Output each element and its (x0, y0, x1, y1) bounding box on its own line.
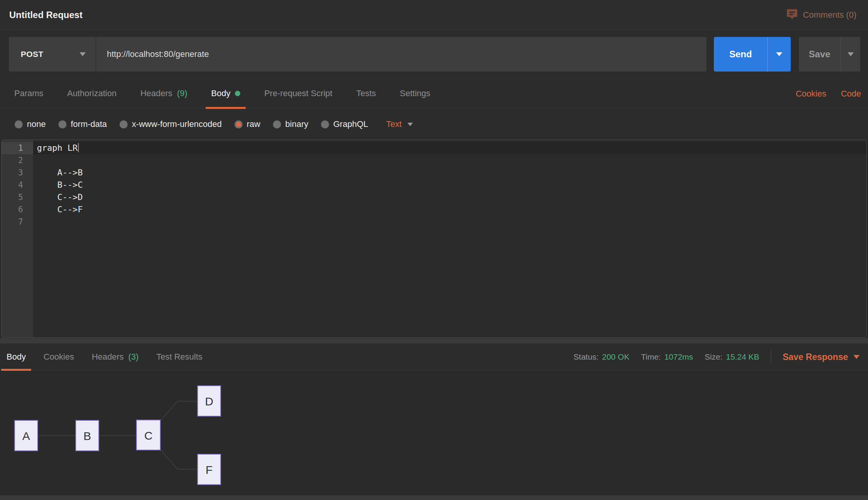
active-tab-underline (1, 369, 31, 371)
line-code: A-->B (33, 167, 866, 179)
chevron-down-icon (848, 52, 854, 56)
request-tabs: Params Authorization Headers (9) Body Pr… (0, 79, 868, 108)
status-value: 200 OK (602, 352, 629, 362)
editor-line: 4 B-->C (2, 179, 866, 191)
radio-icon (15, 120, 23, 128)
radio-binary[interactable]: binary (273, 119, 308, 129)
raw-format-select[interactable]: Text (386, 119, 413, 129)
edge-C-D (160, 401, 198, 421)
tab-headers[interactable]: Headers (9) (140, 79, 187, 108)
radio-icon (58, 120, 67, 128)
line-number: 4 (2, 179, 33, 191)
response-tab-body[interactable]: Body (7, 343, 26, 370)
line-number: 2 (2, 154, 33, 167)
graph-node-A: A (15, 420, 38, 451)
method-select[interactable]: POST (9, 37, 96, 72)
headers-count: (9) (177, 88, 187, 98)
chevron-down-icon (776, 52, 782, 56)
editor-line: 7 (2, 216, 866, 228)
tab-authorization[interactable]: Authorization (67, 79, 116, 108)
line-code: graph LR (33, 142, 866, 154)
graph-node-B: B (76, 420, 99, 451)
svg-text:F: F (206, 463, 213, 476)
line-code (33, 216, 866, 228)
editor-line: 2 (2, 154, 866, 167)
radio-selected-icon (234, 120, 243, 128)
response-tab-test-results[interactable]: Test Results (156, 343, 203, 370)
tab-settings[interactable]: Settings (400, 79, 431, 108)
comment-bubble-icon (786, 8, 798, 22)
request-url-row: POST http://localhost:80/generate Send S… (0, 30, 868, 79)
raw-format-value: Text (386, 119, 402, 129)
request-body-editor[interactable]: 1 graph LR 2 3 A-->B 4 B-->C 5 C-->D 6 C… (1, 140, 867, 338)
save-button[interactable]: Save (799, 37, 841, 72)
response-headers-count: (3) (128, 352, 139, 362)
svg-text:D: D (205, 395, 213, 408)
active-tab-underline (206, 107, 246, 109)
request-title: Untitled Request (9, 10, 83, 20)
body-modified-dot (235, 91, 240, 96)
comments-label: Comments (0) (803, 10, 856, 20)
divider (771, 350, 771, 364)
comments-button[interactable]: Comments (0) (786, 8, 856, 22)
line-code: C-->D (33, 191, 866, 203)
response-tab-cookies[interactable]: Cookies (43, 343, 74, 370)
code-link[interactable]: Code (841, 89, 861, 99)
editor-line: 3 A-->B (2, 167, 866, 179)
svg-text:C: C (144, 429, 153, 442)
radio-none[interactable]: none (15, 119, 46, 129)
send-button[interactable]: Send (714, 37, 768, 72)
editor-line: 1 graph LR (2, 142, 866, 154)
line-number: 5 (2, 191, 33, 203)
size-value: 15.24 KB (726, 352, 759, 362)
line-number: 6 (2, 203, 33, 216)
radio-raw[interactable]: raw (234, 119, 260, 129)
method-value: POST (21, 50, 43, 59)
chevron-down-icon (80, 52, 86, 56)
response-tab-headers[interactable]: Headers (3) (92, 343, 139, 370)
tab-params[interactable]: Params (14, 79, 43, 108)
line-code: B-->C (33, 179, 866, 191)
radio-x-www-form-urlencoded[interactable]: x-www-form-urlencoded (120, 119, 222, 129)
title-bar: Untitled Request Comments (0) (0, 0, 868, 30)
tab-body[interactable]: Body (211, 79, 240, 108)
status-indicator: Status: 200 OK (574, 352, 630, 362)
line-number: 7 (2, 216, 33, 228)
svg-text:B: B (83, 430, 91, 442)
send-button-group: Send (714, 37, 791, 72)
tab-prerequest-script[interactable]: Pre-request Script (264, 79, 332, 108)
tab-tests[interactable]: Tests (356, 79, 376, 108)
chevron-down-icon (407, 123, 413, 126)
response-meta: Status: 200 OK Time: 1072ms Size: 15.24 … (574, 343, 860, 370)
radio-icon (120, 120, 128, 128)
send-options-button[interactable] (768, 37, 791, 72)
save-response-button[interactable]: Save Response (783, 352, 860, 362)
line-code (33, 154, 866, 167)
time-indicator: Time: 1072ms (641, 352, 693, 362)
radio-icon (273, 120, 281, 128)
graph-node-D: D (198, 386, 221, 416)
panel-resize-handle[interactable] (0, 338, 868, 343)
line-number: 3 (2, 167, 33, 179)
url-input[interactable]: http://localhost:80/generate (96, 37, 707, 72)
radio-icon (321, 120, 329, 128)
line-code: C-->F (33, 203, 866, 216)
size-indicator: Size: 15.24 KB (705, 352, 759, 362)
graph-node-C: C (136, 420, 160, 450)
response-graph: A B C D F (0, 371, 868, 495)
bottom-scrollbar-track[interactable] (0, 495, 868, 500)
time-value: 1072ms (664, 352, 693, 362)
tab-links: Cookies Code (796, 79, 861, 108)
save-options-button[interactable] (841, 37, 860, 72)
editor-line: 5 C-->D (2, 191, 866, 203)
radio-form-data[interactable]: form-data (58, 119, 107, 129)
radio-graphql[interactable]: GraphQL (321, 119, 368, 129)
graph-node-F: F (198, 454, 221, 485)
cookies-link[interactable]: Cookies (796, 89, 826, 99)
editor-line: 6 C-->F (2, 203, 866, 216)
line-number: 1 (2, 142, 33, 154)
response-tabs: Body Cookies Headers (3) Test Results St… (0, 343, 868, 370)
svg-text:A: A (22, 430, 30, 442)
save-button-group: Save (799, 37, 860, 72)
body-type-options: none form-data x-www-form-urlencoded raw… (0, 109, 868, 140)
